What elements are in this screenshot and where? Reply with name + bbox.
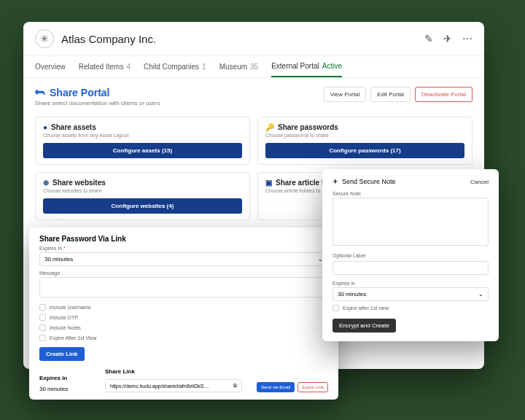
portal-header: ⮪Share Portal Share select documentation… [23, 78, 484, 112]
expires-select-2[interactable]: 30 minutes⌄ [332, 287, 489, 301]
chevron-icon: ⌄ [478, 291, 483, 298]
paper-plane-icon: ✈ [332, 178, 338, 185]
tabs: Overview Related Items4 Child Companies1… [23, 56, 484, 78]
portal-subtitle: Share select documentation with clients … [35, 100, 160, 106]
result-expires-value: 30 minutes [39, 386, 90, 392]
send-secure-note-modal: ✈Send Secure Note Cancel Secure Note Opt… [322, 169, 499, 341]
cancel-button[interactable]: Cancel [470, 179, 489, 185]
include-username-checkbox[interactable]: Include Username [39, 304, 328, 311]
tab-related[interactable]: Related Items4 [79, 56, 131, 77]
modal-title: Share Password Via Link [39, 235, 328, 243]
include-notes-checkbox[interactable]: Include Notes [39, 324, 328, 331]
expires-select[interactable]: 30 minutes⌄ [39, 252, 328, 266]
tab-overview[interactable]: Overview [35, 56, 66, 77]
create-link-button[interactable]: Create Link [39, 347, 85, 361]
result-link-header: Share Link [105, 368, 242, 375]
share-websites-box: ⊕Share websites Choose websites to share… [35, 172, 250, 220]
circle-icon: ● [43, 123, 47, 131]
company-name: Atlas Company Inc. [61, 33, 156, 45]
tab-museum[interactable]: Museum35 [219, 56, 258, 77]
optional-label-input[interactable] [332, 261, 489, 275]
tab-external-portal[interactable]: External PortalActive [271, 56, 342, 77]
optional-label-label: Optional Label [332, 253, 489, 258]
configure-assets-button[interactable]: Configure assets (15) [43, 143, 242, 158]
tab-child[interactable]: Child Companies1 [144, 56, 206, 77]
expire-link-button[interactable]: Expire Link [298, 382, 328, 392]
expire-first-view-checkbox-2[interactable]: Expire after 1st view [332, 305, 489, 311]
modal2-title: Send Secure Note [342, 178, 396, 185]
share-icon: ⮪ [35, 87, 45, 98]
include-otp-checkbox[interactable]: Include OTP [39, 314, 328, 321]
edit-icon[interactable]: ✎ [424, 33, 433, 44]
company-logo: ✳ [35, 29, 54, 48]
configure-websites-button[interactable]: Configure websites (4) [43, 198, 242, 214]
view-portal-button[interactable]: View Portal [324, 87, 366, 102]
share-password-modal: Share Password Via Link Expires In * 30 … [29, 228, 338, 400]
globe-icon: ⊕ [43, 179, 49, 187]
secure-note-input[interactable] [332, 198, 489, 246]
configure-passwords-button[interactable]: Configure passwords (17) [265, 143, 464, 158]
encrypt-create-button[interactable]: Encrypt and Create [332, 319, 396, 332]
expires-label-2: Expires in [332, 281, 489, 286]
edit-portal-button[interactable]: Edit Portal [370, 87, 411, 102]
header: ✳ Atlas Company Inc. ✎ ✈ ⋯ [23, 22, 484, 56]
send-via-email-button[interactable]: Send via Email [257, 382, 295, 392]
share-link-value: https://demo.hudu.app/shared/afn8viiDkS…… [105, 379, 242, 392]
folder-icon: ▣ [265, 179, 272, 187]
expire-first-view-checkbox[interactable]: Expire After 1st View [39, 335, 328, 341]
key-icon: 🔑 [265, 123, 274, 131]
result-expires-header: Expires in [39, 375, 90, 381]
expires-label: Expires In * [39, 246, 328, 251]
copy-icon[interactable]: ⧉ [233, 383, 237, 389]
portal-title: Share Portal [50, 87, 109, 98]
more-icon[interactable]: ⋯ [462, 33, 472, 44]
secure-note-label: Secure Note [332, 191, 489, 196]
send-icon[interactable]: ✈ [443, 33, 452, 44]
share-assets-box: ●Share assets Choose assets from any Ass… [35, 117, 250, 165]
share-passwords-box: 🔑Share passwords Choose passwords to sha… [257, 117, 472, 165]
message-label: Message [39, 271, 328, 276]
message-input[interactable] [39, 277, 328, 298]
deactivate-portal-button[interactable]: Deactivate Portal [415, 87, 472, 102]
